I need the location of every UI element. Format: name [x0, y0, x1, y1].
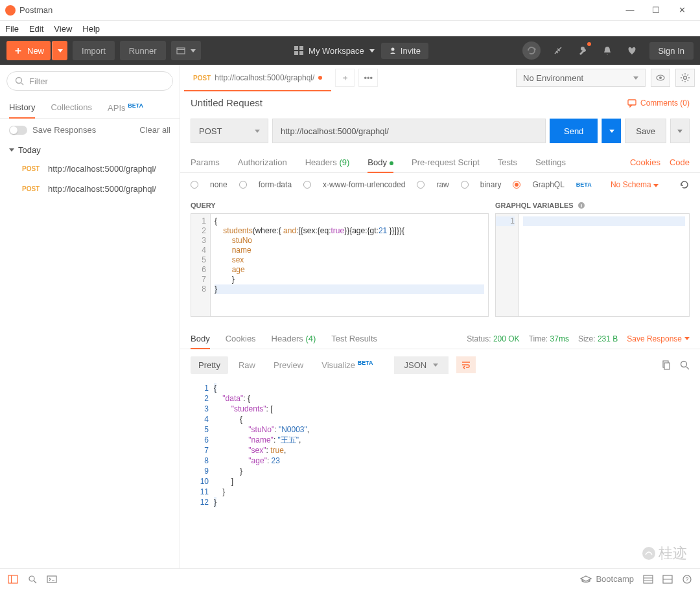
maximize-button[interactable]: ☐: [643, 5, 669, 15]
new-dropdown[interactable]: [52, 41, 67, 60]
url-input[interactable]: http://localhost:5000/graphql/: [272, 119, 546, 143]
svg-rect-23: [8, 575, 18, 583]
radio-graphql[interactable]: [513, 181, 520, 189]
method-select[interactable]: POST: [191, 119, 268, 143]
menu-edit[interactable]: Edit: [29, 24, 43, 34]
tab-settings[interactable]: Settings: [535, 152, 566, 172]
grid-icon: [294, 46, 303, 55]
help-button[interactable]: ?: [682, 574, 692, 584]
save-response-button[interactable]: Save Response: [627, 334, 690, 343]
close-button[interactable]: ✕: [669, 5, 695, 15]
vars-editor[interactable]: 1: [495, 213, 690, 317]
wrap-icon: [461, 360, 471, 369]
history-item[interactable]: POST http://localhost:5000/graphql/: [0, 179, 180, 199]
tab-collections[interactable]: Collections: [51, 97, 92, 118]
send-button[interactable]: Send: [550, 119, 598, 143]
tab-authorization[interactable]: Authorization: [238, 152, 287, 172]
bootcamp-button[interactable]: Bootcamp: [580, 574, 634, 584]
svg-line-26: [34, 581, 36, 583]
wrap-lines-button[interactable]: [456, 356, 476, 373]
schema-select[interactable]: No Schema: [611, 180, 659, 189]
signin-button[interactable]: Sign In: [649, 42, 694, 60]
workspace-name: My Workspace: [309, 46, 364, 56]
radio-formdata[interactable]: [239, 181, 247, 189]
svg-point-7: [684, 76, 687, 80]
send-dropdown[interactable]: [601, 119, 621, 143]
radio-xwww[interactable]: [303, 181, 311, 189]
tab-apis[interactable]: APIs BETA: [108, 97, 143, 118]
resp-tab-cookies[interactable]: Cookies: [226, 329, 256, 349]
bell-icon[interactable]: [600, 43, 614, 58]
environment-select[interactable]: No Environment: [516, 69, 646, 87]
sync-icon[interactable]: [522, 41, 541, 60]
refresh-schema-button[interactable]: [679, 179, 690, 190]
sidebar-toggle-button[interactable]: [8, 574, 18, 584]
runner-button[interactable]: Runner: [120, 41, 166, 60]
satellite-icon[interactable]: [551, 43, 565, 58]
save-responses-toggle[interactable]: [9, 126, 27, 135]
svg-point-21: [681, 361, 687, 367]
two-pane-button[interactable]: [662, 574, 673, 584]
radio-none[interactable]: [191, 181, 198, 189]
env-preview-button[interactable]: [651, 69, 670, 87]
window-title: Postman: [19, 5, 617, 15]
search-response-button[interactable]: [680, 360, 690, 370]
format-select[interactable]: JSON: [394, 356, 449, 374]
filter-placeholder: Filter: [29, 76, 48, 86]
console-button[interactable]: [47, 574, 57, 584]
new-button[interactable]: ＋ New: [6, 41, 51, 60]
shortcuts-button[interactable]: [643, 574, 653, 584]
window-icon: [176, 46, 185, 55]
menu-help[interactable]: Help: [82, 24, 100, 34]
wrench-icon[interactable]: [576, 43, 590, 58]
request-title[interactable]: Untitled Request: [191, 97, 262, 108]
view-preview[interactable]: Preview: [266, 356, 311, 374]
invite-button[interactable]: Invite: [381, 43, 428, 59]
workspace-selector[interactable]: My Workspace: [294, 46, 375, 56]
filter-input[interactable]: Filter: [6, 71, 173, 91]
vars-label: GRAPHQL VARIABLES i: [495, 196, 690, 213]
menu-view[interactable]: View: [54, 24, 72, 34]
env-settings-button[interactable]: [675, 69, 695, 87]
svg-text:?: ?: [685, 576, 688, 583]
tab-body[interactable]: Body: [368, 152, 393, 172]
resp-tab-body[interactable]: Body: [191, 329, 210, 349]
cookies-link[interactable]: Cookies: [630, 157, 660, 167]
sidebar: Filter History Collections APIs BETA Sav…: [0, 65, 180, 568]
view-pretty[interactable]: Pretty: [191, 356, 228, 374]
view-raw[interactable]: Raw: [231, 356, 263, 374]
clear-all-button[interactable]: Clear all: [139, 125, 170, 135]
heart-icon[interactable]: [625, 43, 639, 58]
menu-file[interactable]: File: [5, 24, 19, 34]
import-button[interactable]: Import: [73, 41, 115, 60]
request-tab[interactable]: POST http://localhost:5000/graphql/: [184, 65, 331, 91]
unsaved-dot-icon: [318, 76, 322, 80]
comments-button[interactable]: Comments (0): [627, 98, 690, 108]
radio-binary[interactable]: [461, 181, 469, 189]
copy-button[interactable]: [661, 360, 671, 370]
code-link[interactable]: Code: [670, 157, 690, 167]
search-icon: [680, 360, 690, 370]
tab-headers[interactable]: Headers (9): [305, 152, 350, 172]
resp-tab-tests[interactable]: Test Results: [331, 329, 377, 349]
minimize-button[interactable]: ―: [617, 5, 643, 15]
response-body[interactable]: 123456789101112 { "data": { "students": …: [180, 380, 700, 510]
tab-tests[interactable]: Tests: [498, 152, 517, 172]
window-titlebar: Postman ― ☐ ✕: [0, 0, 700, 21]
history-today-header[interactable]: Today: [0, 141, 180, 159]
save-button[interactable]: Save: [625, 119, 666, 143]
view-visualize[interactable]: Visualize BETA: [314, 356, 380, 374]
tab-params[interactable]: Params: [191, 152, 220, 172]
tab-history[interactable]: History: [9, 97, 35, 118]
menu-bar: File Edit View Help: [0, 21, 700, 36]
resp-tab-headers[interactable]: Headers (4): [272, 329, 316, 349]
query-editor[interactable]: 12345678 { students(where:{ and:[{sex:{e…: [191, 213, 489, 317]
tab-options-button[interactable]: •••: [358, 69, 378, 87]
tab-prerequest[interactable]: Pre-request Script: [412, 152, 480, 172]
open-new-button[interactable]: [171, 41, 201, 60]
find-button[interactable]: [27, 574, 38, 584]
add-tab-button[interactable]: ＋: [335, 69, 355, 87]
save-dropdown[interactable]: [670, 119, 690, 143]
radio-raw[interactable]: [417, 181, 425, 189]
history-item[interactable]: POST http://localhost:5000/graphql/: [0, 159, 180, 179]
